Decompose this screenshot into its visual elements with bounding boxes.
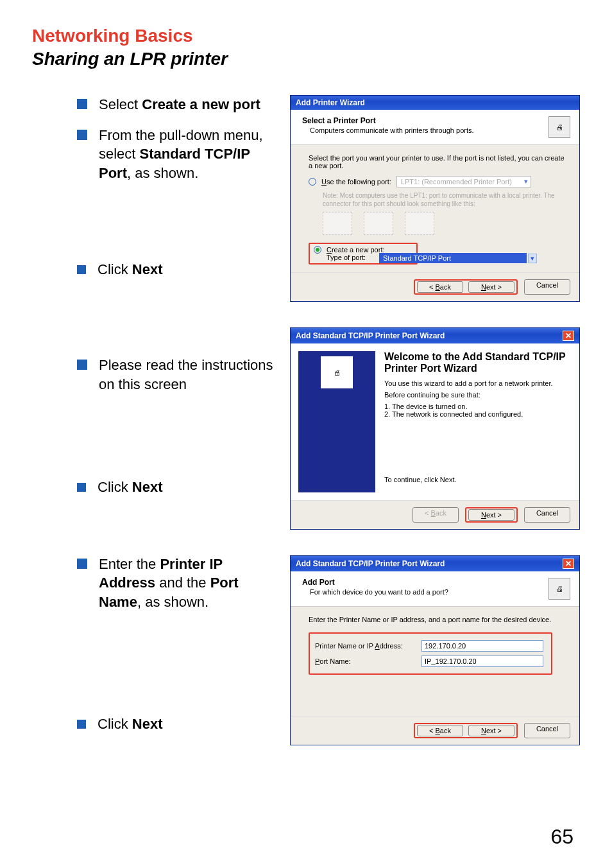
close-icon[interactable]: ✕ [563,559,574,569]
title-text: Add Standard TCP/IP Printer Port Wizard [296,331,445,340]
title-text: Add Printer Wizard [296,98,365,107]
instruction-item: Click Next [77,715,282,734]
connector-icon [364,212,393,235]
page-number: 65 [550,825,574,849]
back-button[interactable]: < Back [417,725,463,736]
header-subtitle: Computers communicate with printers thro… [310,126,474,134]
bullet-icon [77,130,87,140]
highlight-back-next: < Back Next > [414,723,518,738]
bullet-icon [77,99,87,109]
button-bar: < Back Next > Cancel [291,500,579,529]
close-icon[interactable]: ✕ [563,331,574,341]
before-item: 2. The network is connected and configur… [384,410,572,418]
port-dropdown-disabled: LPT1: (Recommended Printer Port) [396,176,531,187]
radio-icon[interactable] [314,246,321,254]
header-subtitle: For which device do you want to add a po… [310,588,448,596]
instruction-item: Click Next [77,478,282,497]
instruction-text: Enter the Printer IP Address and the Por… [99,555,282,612]
header-title: Add Port [302,578,448,587]
before-item: 1. The device is turned on. [384,403,572,410]
continue-text: To continue, click Next. [384,476,572,483]
tcpip-port-wizard-welcome-dialog: Add Standard TCP/IP Printer Port Wizard … [290,327,580,530]
instruction-column: Select Create a new port From the pull-d… [32,95,282,765]
note-text: Note: Most computers use the LPT1: port … [323,191,566,208]
instruction-text: Enter the Printer Name or IP address, an… [309,616,566,623]
connector-icon [323,212,352,235]
use-following-port-option[interactable]: Use the following port: LPT1: (Recommend… [309,176,566,187]
instruction-item: Please read the instructions on this scr… [77,356,282,394]
titlebar: Add Standard TCP/IP Printer Port Wizard … [291,328,579,343]
button-bar: < Back Next > Cancel [291,716,579,745]
instruction-text: Please read the instructions on this scr… [99,356,282,394]
bullet-icon [77,360,87,370]
next-button[interactable]: Next > [468,725,514,736]
bullet-icon [77,720,86,729]
cancel-button[interactable]: Cancel [524,279,570,295]
back-button: < Back [412,507,459,523]
instruction-text: Click Next [98,478,162,497]
highlight-back-next: < Back Next > [414,279,518,295]
bullet-icon [77,483,86,492]
connector-icon [405,212,434,235]
page-heading: Networking Basics [32,26,580,46]
printer-icon: 🖨 [548,578,570,600]
button-bar: < Back Next > Cancel [291,272,579,301]
ip-address-input[interactable] [421,640,543,652]
page-subheading: Sharing an LPR printer [32,49,580,69]
instruction-item: Enter the Printer IP Address and the Por… [77,555,282,612]
instruction-item: From the pull-down menu, select Standard… [77,126,282,183]
radio-label[interactable]: Create a new port: [327,246,385,254]
bullet-icon [77,265,86,274]
back-button[interactable]: < Back [417,281,463,293]
dialog-body: Enter the Printer Name or IP address, an… [291,607,579,716]
titlebar: Add Printer Wizard [291,96,579,110]
tcpip-port-wizard-addport-dialog: Add Standard TCP/IP Printer Port Wizard … [290,555,580,745]
title-text: Add Standard TCP/IP Printer Port Wizard [296,559,445,568]
instruction-item: Click Next [77,260,282,279]
before-label: Before continuing be sure that: [384,391,572,399]
ip-address-label: Printer Name or IP Address: [315,642,411,650]
instruction-text: From the pull-down menu, select Standard… [99,126,282,183]
next-button[interactable]: Next > [468,509,514,521]
port-name-input[interactable] [421,655,543,667]
instruction-item: Select Create a new port [77,95,282,114]
header-title: Select a Printer Port [302,116,474,125]
body-intro: Select the port you want your printer to… [309,154,566,169]
welcome-title: Welcome to the Add Standard TCP/IP Print… [384,351,572,374]
wizard-sidebar-image: 🖨 [298,351,375,492]
bullet-icon [77,559,87,569]
cancel-button[interactable]: Cancel [524,723,570,738]
dialog-header: Add Port For which device do you want to… [291,571,579,607]
instruction-text: Click Next [98,260,162,279]
dialog-header: Select a Printer Port Computers communic… [291,110,579,145]
highlight-next: Next > [465,507,518,523]
titlebar: Add Standard TCP/IP Printer Port Wizard … [291,556,579,571]
connector-illustrations [323,212,566,235]
printer-icon: 🖨 [548,116,570,138]
screenshot-column: Add Printer Wizard Select a Printer Port… [290,95,580,765]
printer-icon: 🖨 [321,356,353,388]
instruction-text: Select Create a new port [99,95,260,114]
radio-icon [309,178,316,186]
port-type-dropdown[interactable]: Standard TCP/IP Port [379,253,527,263]
dialog-body: 🖨 Welcome to the Add Standard TCP/IP Pri… [291,343,579,500]
instruction-text: Click Next [98,715,162,734]
highlight-fields: Printer Name or IP Address: Port Name: [309,632,552,675]
welcome-desc: You use this wizard to add a port for a … [384,379,572,387]
dialog-body: Select the port you want your printer to… [291,145,579,272]
cancel-button[interactable]: Cancel [524,507,570,523]
radio-label: Use the following port: [321,178,391,186]
next-button[interactable]: Next > [468,281,514,293]
add-printer-wizard-dialog: Add Printer Wizard Select a Printer Port… [290,95,580,302]
port-name-label: Port Name: [315,657,411,665]
